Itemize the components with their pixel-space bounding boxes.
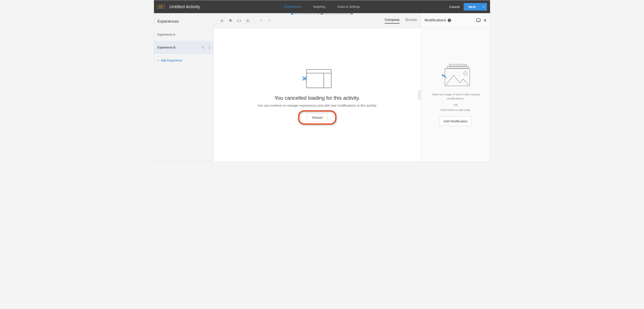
add-experience-label: Add Experience — [161, 59, 182, 62]
svg-point-11 — [420, 96, 420, 96]
redo-icon[interactable] — [265, 16, 274, 25]
image-placeholder-icon — [440, 63, 471, 87]
modifications-title: Modifications — [424, 18, 446, 22]
svg-rect-12 — [476, 19, 480, 21]
modifications-panel: Modifications ? — [421, 13, 490, 162]
svg-text:↗: ↗ — [203, 47, 205, 49]
experience-item-a[interactable]: Experience A — [154, 28, 213, 41]
tab-browse[interactable]: Browse — [406, 18, 417, 23]
modifications-header: Modifications ? — [421, 13, 490, 27]
step-dot — [291, 13, 293, 15]
code-icon[interactable] — [235, 16, 244, 25]
cancel-button[interactable]: Cancel — [450, 5, 460, 9]
svg-point-10 — [420, 95, 420, 95]
close-icon[interactable] — [484, 19, 486, 22]
panel-resize-handle[interactable] — [418, 90, 421, 100]
stepper-progress — [291, 13, 353, 15]
hint-line-2: Click below to add code. — [426, 108, 486, 112]
svg-rect-16 — [445, 69, 470, 86]
modifications-body: Select an image or text to start making … — [421, 27, 490, 162]
center-area: Compose Browse You cancelled loading for… — [214, 13, 421, 162]
more-icon[interactable] — [209, 46, 210, 49]
reload-highlight: Reload — [307, 113, 328, 122]
editor-canvas: You cancelled loading for this activity.… — [214, 28, 421, 162]
modifications-hint: Select an image or text to start making … — [426, 92, 486, 112]
editor-mode-tabs: Compose Browse — [385, 18, 417, 23]
experience-item-b[interactable]: Experience B T↗ — [154, 41, 213, 54]
app-body: Experiences Experience A Experience B T↗… — [154, 13, 490, 162]
experiences-panel: Experiences Experience A Experience B T↗… — [154, 13, 214, 162]
viewport-icon[interactable] — [476, 18, 480, 22]
step-connector — [323, 13, 351, 14]
chevron-down-icon — [483, 5, 485, 8]
svg-point-9 — [420, 94, 420, 94]
add-experience-button[interactable]: + Add Experience — [154, 54, 213, 67]
layers-icon[interactable] — [226, 16, 235, 25]
add-modification-button[interactable]: Add Modification — [440, 116, 472, 126]
svg-point-4 — [209, 48, 210, 49]
empty-state: You cancelled loading for this activity.… — [214, 28, 421, 162]
workflow-stepper: Experiences Targeting Goals & Settings — [278, 5, 366, 8]
collapse-panel-icon[interactable] — [218, 16, 226, 25]
step-targeting[interactable]: Targeting — [307, 5, 332, 8]
step-connector — [293, 13, 321, 14]
svg-rect-6 — [306, 69, 331, 88]
header-actions: Cancel Next — [450, 3, 490, 10]
step-experiences[interactable]: Experiences — [278, 5, 307, 8]
experience-label: Experience B — [158, 46, 175, 49]
experience-label: Experience A — [158, 33, 175, 36]
step-dot — [321, 13, 323, 15]
hint-line-1: Select an image or text to start making … — [426, 92, 486, 101]
hint-or: OR — [426, 103, 486, 107]
svg-rect-14 — [449, 64, 466, 66]
next-button[interactable]: Next — [464, 3, 480, 10]
activity-type-badge: A/B — [157, 5, 164, 9]
next-button-group: Next — [464, 3, 487, 10]
svg-rect-15 — [447, 66, 469, 68]
empty-state-subtitle: You can continue to manage experiences a… — [258, 104, 377, 107]
experiences-panel-title: Experiences — [154, 13, 213, 28]
app-root: A/B Untitled Activity Experiences Target… — [154, 0, 490, 162]
gear-icon[interactable] — [244, 16, 252, 25]
undo-icon[interactable] — [256, 16, 265, 25]
next-caret-button[interactable] — [480, 3, 487, 10]
cancelled-window-icon — [302, 68, 332, 89]
rename-icon[interactable]: T↗ — [202, 46, 205, 49]
svg-point-3 — [209, 47, 210, 48]
plus-icon: + — [158, 59, 159, 62]
help-icon[interactable]: ? — [448, 18, 451, 22]
svg-point-5 — [247, 20, 248, 21]
toolbar-separator — [254, 17, 254, 24]
svg-point-17 — [464, 72, 467, 75]
empty-state-title: You cancelled loading for this activity. — [274, 95, 360, 101]
activity-title[interactable]: Untitled Activity — [169, 4, 200, 9]
step-dot — [351, 13, 353, 15]
step-goals-settings[interactable]: Goals & Settings — [331, 5, 366, 8]
tab-compose[interactable]: Compose — [385, 18, 399, 23]
app-header: A/B Untitled Activity Experiences Target… — [154, 0, 490, 13]
editor-toolbar: Compose Browse — [214, 13, 421, 28]
reload-button[interactable]: Reload — [307, 113, 328, 122]
svg-point-2 — [209, 46, 210, 46]
